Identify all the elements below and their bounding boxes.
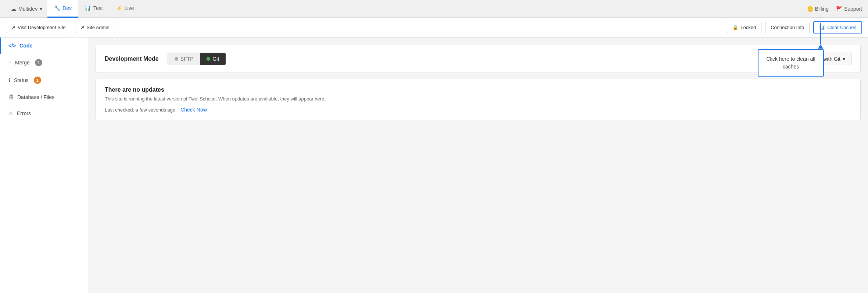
sidebar-database-label: Database / Files bbox=[17, 94, 54, 100]
flag-icon: 🚩 bbox=[836, 6, 842, 12]
credit-card-icon: 🪙 bbox=[807, 6, 813, 12]
sidebar: </> Code ⑂ Merge 4 ℹ Status 1 🗄 Database… bbox=[0, 38, 88, 293]
main-layout: </> Code ⑂ Merge 4 ℹ Status 1 🗄 Database… bbox=[0, 38, 868, 293]
updates-description: This site is running the latest version … bbox=[105, 96, 851, 102]
merge-icon: ⑂ bbox=[8, 60, 11, 66]
callout-wrapper: Click here to clean all caches bbox=[758, 49, 824, 77]
multidev-label: Multidev bbox=[18, 6, 37, 12]
clone-dropdown-icon: ▾ bbox=[843, 56, 845, 62]
admin-icon: ↗ bbox=[80, 25, 85, 30]
visit-site-button[interactable]: ↗ Visit Development Site bbox=[6, 22, 71, 33]
lock-icon: 🔒 bbox=[732, 25, 738, 30]
database-icon: 🗄 bbox=[8, 94, 14, 100]
updates-card: There are no updates This site is runnin… bbox=[96, 79, 861, 120]
cloud-icon: ☁ bbox=[11, 6, 16, 12]
merge-badge: 4 bbox=[35, 59, 42, 66]
sidebar-status-label: Status bbox=[14, 77, 29, 83]
connection-info-button[interactable]: Connection Info bbox=[765, 22, 810, 33]
test-label: Test bbox=[93, 5, 103, 11]
arrow-head bbox=[818, 44, 823, 49]
nav-left: ☁ Multidev ▾ 🔧 Dev 📊 Test ⚡ Live bbox=[6, 0, 807, 18]
callout-box: Click here to clean all caches bbox=[758, 49, 824, 77]
activity-icon: ⚡ bbox=[116, 5, 122, 11]
sftp-label: SFTP bbox=[180, 56, 194, 62]
dev-mode-label: Development Mode bbox=[105, 56, 159, 62]
status-badge: 1 bbox=[34, 77, 41, 84]
live-nav-item[interactable]: ⚡ Live bbox=[110, 0, 141, 18]
sftp-toggle-button[interactable]: SFTP bbox=[168, 53, 200, 65]
dev-mode-card: Development Mode SFTP Git Clone with Git… bbox=[96, 45, 861, 73]
dev-label: Dev bbox=[62, 5, 72, 11]
external-link-icon: ↗ bbox=[11, 25, 15, 30]
sidebar-item-errors[interactable]: ⚠ Errors bbox=[0, 105, 88, 121]
dev-nav-item[interactable]: 🔧 Dev bbox=[47, 0, 78, 18]
bar-chart-icon: 📊 bbox=[85, 5, 91, 11]
sidebar-merge-label: Merge bbox=[15, 60, 30, 66]
sidebar-item-status[interactable]: ℹ Status 1 bbox=[0, 71, 88, 89]
support-nav[interactable]: 🚩 Support bbox=[836, 6, 862, 12]
sidebar-item-database[interactable]: 🗄 Database / Files bbox=[0, 89, 88, 105]
nav-right: 🪙 Billing 🚩 Support bbox=[807, 6, 862, 12]
live-label: Live bbox=[125, 5, 134, 11]
test-nav-item[interactable]: 📊 Test bbox=[78, 0, 110, 18]
code-icon: </> bbox=[8, 43, 16, 49]
sidebar-item-merge[interactable]: ⑂ Merge 4 bbox=[0, 54, 88, 71]
sidebar-item-code[interactable]: </> Code bbox=[0, 38, 88, 54]
multidev-nav[interactable]: ☁ Multidev ▾ bbox=[6, 0, 47, 18]
git-label: Git bbox=[212, 56, 219, 62]
main-content: Click here to clean all caches Developme… bbox=[88, 38, 868, 293]
arrow-line bbox=[820, 23, 821, 44]
billing-nav[interactable]: 🪙 Billing bbox=[807, 6, 829, 12]
locked-button[interactable]: 🔒 Locked bbox=[727, 22, 761, 33]
mode-toggle-group: SFTP Git bbox=[168, 53, 226, 65]
git-dot bbox=[207, 57, 210, 61]
callout-arrow bbox=[818, 23, 828, 49]
git-toggle-button[interactable]: Git bbox=[200, 53, 226, 65]
site-admin-button[interactable]: ↗ Site Admin bbox=[75, 22, 115, 33]
check-now-link[interactable]: Check Now bbox=[180, 107, 207, 113]
sidebar-errors-label: Errors bbox=[17, 110, 31, 116]
top-navigation: ☁ Multidev ▾ 🔧 Dev 📊 Test ⚡ Live 🪙 Billi… bbox=[0, 0, 868, 18]
info-icon: ℹ bbox=[8, 77, 10, 83]
sidebar-code-label: Code bbox=[19, 43, 32, 49]
callout-text: Click here to clean all caches bbox=[766, 56, 815, 70]
last-checked-row: Last checked: a few seconds ago Check No… bbox=[105, 107, 851, 113]
dropdown-arrow: ▾ bbox=[40, 6, 42, 12]
warning-icon: ⚠ bbox=[8, 110, 13, 116]
action-bar-right: 🔒 Locked Connection Info 📊 Clear Caches bbox=[727, 21, 862, 33]
wrench-icon: 🔧 bbox=[54, 5, 60, 11]
updates-title: There are no updates bbox=[105, 87, 851, 93]
sftp-dot bbox=[175, 57, 178, 61]
action-bar: ↗ Visit Development Site ↗ Site Admin 🔒 … bbox=[0, 18, 868, 38]
action-bar-left: ↗ Visit Development Site ↗ Site Admin bbox=[6, 22, 723, 33]
last-checked-text: Last checked: a few seconds ago bbox=[105, 107, 175, 113]
